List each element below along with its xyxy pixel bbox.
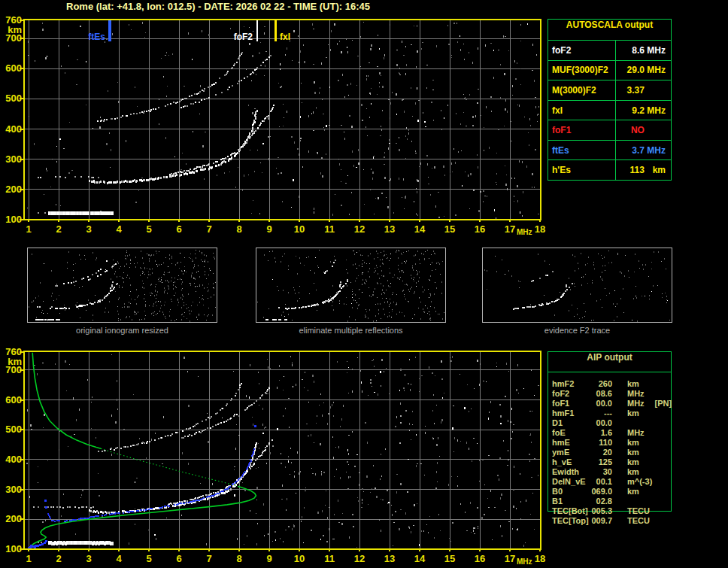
aip-row-d1: D100.0 (552, 418, 671, 428)
parameter-unit: km (627, 457, 639, 466)
parameter-value: 8.6MHz (616, 41, 671, 60)
svg-text:300: 300 (5, 153, 22, 165)
aip-row-b0: B0069.0km (552, 487, 671, 497)
thumbnail-original-ionogram (27, 248, 217, 323)
trace-f2-hop2-ordinary (324, 260, 336, 273)
aip-row-tec-top-: TEC[Top]009.7TECU (552, 516, 671, 526)
aip-row-fof2: foF208.6MHz (552, 389, 671, 399)
svg-text:5: 5 (146, 553, 151, 564)
parameter-unit: km (627, 438, 639, 447)
svg-text:12: 12 (354, 553, 365, 564)
marker-label-ftEs: ftEs (88, 32, 105, 42)
parameter-name: hmF2 (552, 379, 591, 388)
value-number: 29.0 (616, 65, 645, 75)
value-number: 3.7 (616, 145, 645, 156)
thumbnail-caption-eliminate: eliminate multiple reflections (256, 326, 446, 335)
aip-table-rows: hmF2260kmfoF208.6MHzfoF100.0MHz[PN]hmF1-… (548, 372, 671, 526)
trace-es-layer (35, 319, 60, 321)
svg-text:5: 5 (146, 223, 151, 235)
svg-text:14: 14 (414, 553, 426, 564)
trace-profile-dotted (101, 448, 238, 486)
aip-row-h-ve: h_vE125km (552, 457, 671, 467)
plot-border (20, 351, 541, 551)
marker-line-fxI (275, 20, 277, 41)
thumbnail-eliminate-plot (256, 248, 445, 322)
parameter-value: 1.6 (591, 428, 612, 437)
trace-f2-extraordinary (538, 283, 573, 305)
svg-text:300: 300 (5, 484, 22, 495)
parameter-name: M(3000)F2 (548, 80, 616, 100)
svg-text:7: 7 (206, 223, 211, 235)
grid-lines (24, 351, 541, 549)
thumbnail-evidence-plot (483, 248, 672, 322)
svg-text:400: 400 (5, 454, 22, 465)
top-ionogram-plot: 100200300400500600700760km12345678910111… (5, 14, 545, 236)
thumb-plot-content (484, 251, 670, 322)
trace-f2-hop2-extraordinary (88, 263, 117, 281)
svg-text:2: 2 (56, 223, 61, 235)
thumbnail-caption-original: original ionogram resized (27, 326, 217, 335)
parameter-value: 3.37 (616, 80, 671, 100)
svg-text:200: 200 (5, 184, 22, 195)
aip-row-deln-ve: DelN_vE00.1m^(-3) (552, 477, 671, 487)
svg-text:12: 12 (354, 223, 365, 235)
parameter-value: 29.0MHz (616, 61, 671, 80)
aip-row-foe: foE1.6MHz (552, 428, 671, 438)
parameter-value: 00.1 (591, 477, 612, 486)
trace-f2-hop2-ordinary (55, 260, 108, 287)
svg-text:MHz: MHz (517, 557, 532, 566)
trace-f2-hop2-ordinary (98, 383, 242, 453)
thumbnail-evidence-f2 (482, 248, 672, 323)
value-unit: MHz (645, 145, 671, 156)
svg-text:10: 10 (294, 553, 305, 564)
svg-text:7: 7 (206, 553, 211, 564)
bottom-ionogram-plot: 100200300400500600700760km12345678910111… (5, 346, 545, 566)
parameter-unit: m^(-3) (627, 477, 652, 486)
parameter-name: foF1 (548, 120, 616, 140)
svg-text:4: 4 (116, 553, 122, 564)
svg-text:11: 11 (324, 223, 335, 235)
parameter-value: 30 (591, 467, 612, 476)
trace-f2-ordinary (278, 281, 341, 309)
thumbnail-caption-evidence: evidence F2 trace (482, 326, 672, 335)
parameter-name: hmE (552, 438, 591, 447)
svg-text:km: km (8, 24, 22, 35)
svg-text:500: 500 (5, 424, 22, 435)
svg-text:km: km (8, 356, 22, 367)
value-number: 113 (616, 165, 645, 175)
marker-line-ftEs (108, 20, 111, 41)
parameter-value: 009.7 (591, 516, 612, 525)
autoscala-row-m-3000-f2: M(3000)F23.37 (548, 80, 671, 100)
svg-text:100: 100 (5, 543, 22, 554)
svg-text:600: 600 (5, 394, 22, 405)
parameter-name: hmF1 (552, 409, 591, 418)
svg-text:MHz: MHz (517, 228, 532, 236)
svg-text:6: 6 (176, 223, 181, 235)
value-unit: MHz (645, 65, 671, 75)
value-number: 9.2 (616, 105, 645, 116)
parameter-name: foF1 (552, 399, 591, 408)
thumbnail-eliminate-reflections (256, 248, 446, 323)
value-unit: MHz (645, 45, 671, 56)
parameter-value: 113km (616, 160, 671, 180)
parameter-name: h'Es (548, 160, 616, 180)
parameter-name: foE (552, 428, 591, 437)
autoscala-row-ftes: ftEs3.7MHz (548, 140, 671, 160)
noise-speckles (257, 250, 444, 322)
parameter-unit: MHz (627, 428, 645, 437)
svg-text:3: 3 (86, 553, 91, 564)
noise-speckles (26, 354, 539, 548)
parameter-value: NO (616, 120, 671, 140)
svg-text:11: 11 (324, 553, 335, 564)
parameter-unit: km (627, 409, 639, 418)
value-number: 3.37 (616, 85, 645, 96)
parameter-name: D1 (552, 418, 591, 427)
trace-es-layer (265, 319, 288, 321)
svg-text:17: 17 (505, 553, 515, 564)
parameter-name: Ewidth (552, 467, 591, 476)
svg-text:15: 15 (444, 553, 455, 564)
parameter-value: 9.2MHz (616, 101, 671, 120)
marker-line-foF2 (256, 20, 258, 41)
parameter-unit: km (627, 379, 639, 388)
parameter-name: B0 (552, 487, 591, 496)
